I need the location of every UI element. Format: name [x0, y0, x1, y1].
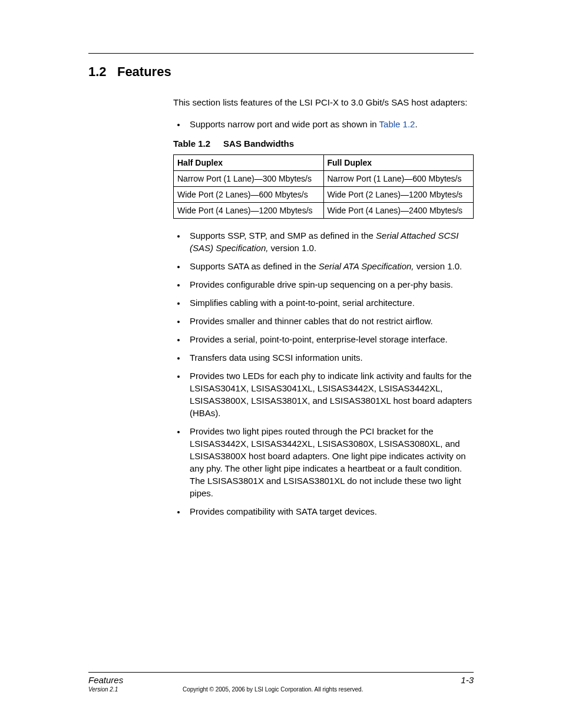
list-item: Supports narrow port and wide port as sh…: [186, 118, 474, 130]
list-item: Provides two LEDs for each phy to indica…: [186, 370, 474, 419]
italic-text: Serial ATA Specification,: [319, 261, 414, 271]
section-heading: 1.2 Features: [88, 64, 474, 80]
list-item: Provides a serial, point-to-point, enter…: [186, 333, 474, 345]
table-cell: Wide Port (2 Lanes)—1200 Mbytes/s: [323, 187, 474, 203]
list-item: Simplifies cabling with a point-to-point…: [186, 297, 474, 309]
table-row: Wide Port (2 Lanes)—600 Mbytes/s Wide Po…: [174, 187, 474, 203]
table-header-cell: Full Duplex: [323, 155, 474, 171]
body-column: This section lists features of the LSI P…: [173, 96, 474, 518]
table-row: Wide Port (4 Lanes)—1200 Mbytes/s Wide P…: [174, 203, 474, 219]
footer-page-number: 1-3: [461, 675, 474, 685]
list-item: Transfers data using SCSI information un…: [186, 351, 474, 364]
bandwidth-table: Half Duplex Full Duplex Narrow Port (1 L…: [173, 154, 474, 219]
top-rule: [88, 53, 474, 54]
footer-version: Version 2.1: [88, 686, 183, 693]
table-cell: Wide Port (2 Lanes)—600 Mbytes/s: [174, 187, 324, 203]
footer-rule: [88, 672, 474, 673]
footer-section-name: Features: [88, 675, 123, 685]
text: .: [415, 119, 417, 129]
section-number: 1.2: [88, 64, 107, 79]
table-cell: Narrow Port (1 Lane)—300 Mbytes/s: [174, 171, 324, 187]
text: Supports SSP, STP, and SMP as defined in…: [190, 230, 376, 241]
bullet-list-top: Supports narrow port and wide port as sh…: [173, 118, 474, 130]
table-header-cell: Half Duplex: [174, 155, 324, 171]
text: version 1.0.: [414, 261, 462, 271]
page: 1.2 Features This section lists features…: [0, 0, 562, 728]
list-item: Provides compatibility with SATA target …: [186, 505, 474, 518]
table-cell: Narrow Port (1 Lane)—600 Mbytes/s: [323, 171, 474, 187]
table-link[interactable]: Table 1.2: [379, 119, 415, 129]
list-item: Supports SATA as defined in the Serial A…: [186, 260, 474, 272]
table-caption: Table 1.2SAS Bandwidths: [173, 139, 474, 149]
list-item: Supports SSP, STP, and SMP as defined in…: [186, 229, 474, 254]
list-item: Provides smaller and thinner cables that…: [186, 315, 474, 327]
table-caption-number: Table 1.2: [173, 139, 210, 149]
table-cell: Wide Port (4 Lanes)—2400 Mbytes/s: [323, 203, 474, 219]
table-caption-title: SAS Bandwidths: [223, 139, 294, 149]
footer-row-2: Version 2.1 Copyright © 2005, 2006 by LS…: [88, 686, 474, 693]
bullet-list-main: Supports SSP, STP, and SMP as defined in…: [173, 229, 474, 518]
intro-paragraph: This section lists features of the LSI P…: [173, 96, 474, 108]
footer-row-1: Features 1-3: [88, 675, 474, 685]
table-header-row: Half Duplex Full Duplex: [174, 155, 474, 171]
section-title: Features: [117, 64, 171, 79]
list-item: Provides configurable drive spin-up sequ…: [186, 278, 474, 291]
table-cell: Wide Port (4 Lanes)—1200 Mbytes/s: [174, 203, 324, 219]
text: version 1.0.: [268, 243, 316, 253]
list-item: Provides two light pipes routed through …: [186, 425, 474, 499]
page-footer: Features 1-3 Version 2.1 Copyright © 200…: [88, 672, 474, 693]
table-row: Narrow Port (1 Lane)—300 Mbytes/s Narrow…: [174, 171, 474, 187]
footer-copyright: Copyright © 2005, 2006 by LSI Logic Corp…: [183, 686, 363, 693]
text: Supports SATA as defined in the: [190, 261, 319, 271]
text: Supports narrow port and wide port as sh…: [190, 119, 379, 129]
